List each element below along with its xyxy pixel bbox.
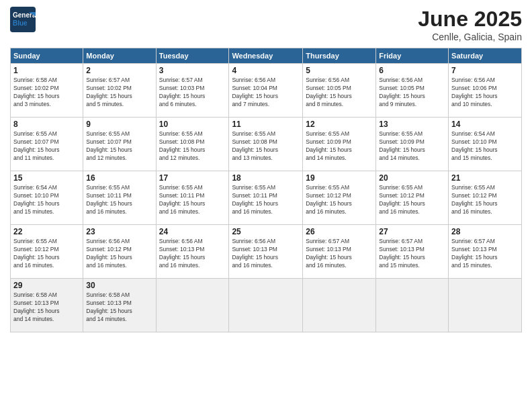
day-cell: 14Sunrise: 6:54 AMSunset: 10:10 PMDaylig… xyxy=(449,118,522,171)
week-row-1: 1Sunrise: 6:58 AMSunset: 10:02 PMDayligh… xyxy=(11,64,522,118)
title-section: June 2025 Cenlle, Galicia, Spain xyxy=(418,7,522,42)
calendar-body: 1Sunrise: 6:58 AMSunset: 10:02 PMDayligh… xyxy=(11,64,522,332)
day-cell: 3Sunrise: 6:57 AMSunset: 10:03 PMDayligh… xyxy=(156,64,229,118)
day-cell: 23Sunrise: 6:56 AMSunset: 10:12 PMDaylig… xyxy=(83,225,156,279)
logo-icon: General Blue xyxy=(10,7,36,32)
day-cell: 12Sunrise: 6:55 AMSunset: 10:09 PMDaylig… xyxy=(303,118,376,171)
day-cell: 15Sunrise: 6:54 AMSunset: 10:10 PMDaylig… xyxy=(11,171,83,225)
calendar-header: Sunday Monday Tuesday Wednesday Thursday… xyxy=(11,48,522,64)
header-tuesday: Tuesday xyxy=(156,48,229,64)
week-row-2: 8Sunrise: 6:55 AMSunset: 10:07 PMDayligh… xyxy=(11,118,522,171)
header: General Blue June 2025 Cenlle, Galicia, … xyxy=(10,7,522,42)
day-cell xyxy=(156,279,229,332)
day-cell: 30Sunrise: 6:58 AMSunset: 10:13 PMDaylig… xyxy=(83,279,156,332)
calendar-table: Sunday Monday Tuesday Wednesday Thursday… xyxy=(10,48,522,332)
day-cell xyxy=(376,279,449,332)
day-cell: 13Sunrise: 6:55 AMSunset: 10:09 PMDaylig… xyxy=(376,118,449,171)
week-row-4: 22Sunrise: 6:55 AMSunset: 10:12 PMDaylig… xyxy=(11,225,522,279)
day-cell: 29Sunrise: 6:58 AMSunset: 10:13 PMDaylig… xyxy=(11,279,83,332)
day-cell: 18Sunrise: 6:55 AMSunset: 10:11 PMDaylig… xyxy=(229,171,303,225)
day-cell: 4Sunrise: 6:56 AMSunset: 10:04 PMDayligh… xyxy=(229,64,303,118)
day-cell: 27Sunrise: 6:57 AMSunset: 10:13 PMDaylig… xyxy=(376,225,449,279)
day-cell: 24Sunrise: 6:56 AMSunset: 10:13 PMDaylig… xyxy=(156,225,229,279)
header-row: Sunday Monday Tuesday Wednesday Thursday… xyxy=(11,48,522,64)
day-cell: 7Sunrise: 6:56 AMSunset: 10:06 PMDayligh… xyxy=(449,64,522,118)
day-cell: 10Sunrise: 6:55 AMSunset: 10:08 PMDaylig… xyxy=(156,118,229,171)
day-cell: 6Sunrise: 6:56 AMSunset: 10:05 PMDayligh… xyxy=(376,64,449,118)
header-thursday: Thursday xyxy=(303,48,376,64)
day-cell xyxy=(303,279,376,332)
day-cell: 20Sunrise: 6:55 AMSunset: 10:12 PMDaylig… xyxy=(376,171,449,225)
header-saturday: Saturday xyxy=(449,48,522,64)
header-monday: Monday xyxy=(83,48,156,64)
day-cell: 19Sunrise: 6:55 AMSunset: 10:12 PMDaylig… xyxy=(303,171,376,225)
month-title: June 2025 xyxy=(418,7,522,32)
day-cell: 21Sunrise: 6:55 AMSunset: 10:12 PMDaylig… xyxy=(449,171,522,225)
header-wednesday: Wednesday xyxy=(229,48,303,64)
svg-text:Blue: Blue xyxy=(13,19,28,27)
subtitle: Cenlle, Galicia, Spain xyxy=(418,32,522,42)
day-cell: 22Sunrise: 6:55 AMSunset: 10:12 PMDaylig… xyxy=(11,225,83,279)
day-cell: 25Sunrise: 6:56 AMSunset: 10:13 PMDaylig… xyxy=(229,225,303,279)
day-cell: 5Sunrise: 6:56 AMSunset: 10:05 PMDayligh… xyxy=(303,64,376,118)
day-cell xyxy=(229,279,303,332)
day-cell: 28Sunrise: 6:57 AMSunset: 10:13 PMDaylig… xyxy=(449,225,522,279)
day-cell: 9Sunrise: 6:55 AMSunset: 10:07 PMDayligh… xyxy=(83,118,156,171)
day-cell: 17Sunrise: 6:55 AMSunset: 10:11 PMDaylig… xyxy=(156,171,229,225)
header-friday: Friday xyxy=(376,48,449,64)
logo: General Blue xyxy=(10,7,36,32)
day-cell: 26Sunrise: 6:57 AMSunset: 10:13 PMDaylig… xyxy=(303,225,376,279)
page: General Blue June 2025 Cenlle, Galicia, … xyxy=(0,0,532,411)
day-cell: 1Sunrise: 6:58 AMSunset: 10:02 PMDayligh… xyxy=(11,64,83,118)
day-cell: 8Sunrise: 6:55 AMSunset: 10:07 PMDayligh… xyxy=(11,118,83,171)
week-row-5: 29Sunrise: 6:58 AMSunset: 10:13 PMDaylig… xyxy=(11,279,522,332)
week-row-3: 15Sunrise: 6:54 AMSunset: 10:10 PMDaylig… xyxy=(11,171,522,225)
day-cell: 11Sunrise: 6:55 AMSunset: 10:08 PMDaylig… xyxy=(229,118,303,171)
day-cell: 2Sunrise: 6:57 AMSunset: 10:02 PMDayligh… xyxy=(83,64,156,118)
day-cell xyxy=(449,279,522,332)
header-sunday: Sunday xyxy=(11,48,83,64)
day-cell: 16Sunrise: 6:55 AMSunset: 10:11 PMDaylig… xyxy=(83,171,156,225)
